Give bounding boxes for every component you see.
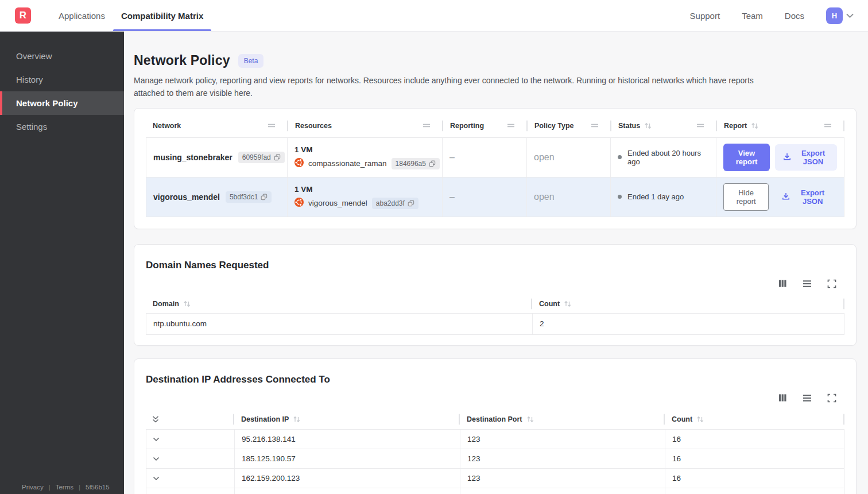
sidebar-item-history[interactable]: History — [0, 68, 124, 91]
sort-icon[interactable] — [526, 416, 534, 423]
resource-id-badge: 184696a5 — [392, 158, 440, 169]
sort-icon[interactable] — [751, 122, 759, 129]
export-json-button[interactable]: Export JSON — [775, 144, 837, 171]
count-value: 16 — [665, 488, 844, 494]
copy-icon[interactable] — [261, 194, 268, 200]
count-value: 16 — [665, 469, 844, 488]
footer-link-terms[interactable]: Terms — [56, 484, 73, 491]
expand-row-icon[interactable] — [152, 474, 160, 482]
column-separator — [843, 120, 844, 131]
sort-icon[interactable] — [644, 122, 652, 129]
page-description: Manage network policy, reporting and vie… — [134, 74, 774, 100]
copy-icon[interactable] — [274, 154, 281, 161]
network-row-selected: vigorous_mendel 5bdf3dc1 1 VM vigorous — [146, 177, 844, 217]
destination-ip-value: 185.125.190.58 — [235, 488, 460, 494]
sidebar-item-settings[interactable]: Settings — [0, 115, 124, 138]
network-id-badge: 60959fad — [238, 152, 285, 163]
top-navbar: R Applications Compatibility Matrix Supp… — [0, 0, 868, 32]
footer-link-privacy[interactable]: Privacy — [22, 484, 44, 491]
expand-all-icon[interactable] — [152, 415, 160, 423]
main-content: Network Policy Beta Manage network polic… — [124, 32, 868, 494]
column-header-count[interactable]: Count — [532, 295, 844, 313]
density-icon[interactable] — [803, 394, 812, 402]
column-resize-handle-icon[interactable] — [591, 123, 604, 128]
columns-icon[interactable] — [778, 393, 787, 402]
column-label: Destination IP — [241, 415, 289, 423]
hide-report-button[interactable]: Hide report — [723, 183, 769, 211]
column-label: Count — [539, 300, 560, 308]
nav-link-docs[interactable]: Docs — [785, 11, 804, 21]
domain-row: ntp.ubuntu.com 2 — [146, 314, 844, 334]
network-id-badge: 5bdf3dc1 — [226, 191, 272, 203]
destination-ip-value: 162.159.200.123 — [235, 469, 460, 488]
sort-icon[interactable] — [696, 416, 704, 423]
column-label: Network — [153, 122, 181, 130]
network-id: 60959fad — [242, 153, 271, 161]
destinations-card: Destination IP Addresses Connected To De… — [134, 358, 857, 494]
destination-row: 162.159.200.123 123 16 — [146, 468, 844, 488]
fullscreen-icon[interactable] — [827, 279, 836, 288]
column-header-destination-port[interactable]: Destination Port — [460, 410, 665, 429]
resource-name: compassionate_raman — [308, 159, 387, 168]
expand-row-icon[interactable] — [152, 435, 160, 443]
fullscreen-icon[interactable] — [827, 393, 836, 403]
expand-row-icon[interactable] — [152, 455, 160, 462]
table-toolbar — [146, 279, 836, 288]
tab-compatibility-matrix[interactable]: Compatibility Matrix — [113, 0, 211, 31]
network-id: 5bdf3dc1 — [230, 193, 258, 201]
export-json-button[interactable]: Export JSON — [774, 184, 837, 210]
status-text: Ended 1 day ago — [627, 192, 684, 201]
column-header-policy-type[interactable]: Policy Type — [528, 114, 611, 137]
column-header-domain[interactable]: Domain — [146, 295, 532, 313]
column-header-report[interactable]: Report — [717, 114, 844, 137]
beta-badge: Beta — [238, 54, 264, 68]
sidebar-item-overview[interactable]: Overview — [0, 44, 124, 68]
resource-name: vigorous_mendel — [308, 199, 367, 207]
ubuntu-icon — [294, 158, 304, 169]
app-logo[interactable]: R — [15, 7, 31, 24]
column-header-network[interactable]: Network — [146, 114, 288, 137]
sort-icon[interactable] — [183, 300, 191, 307]
nav-link-support[interactable]: Support — [690, 11, 720, 21]
column-resize-handle-icon[interactable] — [696, 123, 710, 128]
column-resize-handle-icon[interactable] — [268, 123, 281, 128]
copy-icon[interactable] — [408, 200, 414, 207]
column-header-resources[interactable]: Resources — [288, 114, 443, 137]
column-resize-handle-icon[interactable] — [423, 123, 436, 128]
footer-divider: | — [79, 484, 80, 491]
column-header-count[interactable]: Count — [665, 410, 844, 429]
network-name: vigorous_mendel — [153, 192, 220, 202]
user-menu-caret-icon[interactable] — [846, 11, 854, 20]
view-report-button[interactable]: View report — [723, 144, 770, 171]
copy-icon[interactable] — [429, 160, 436, 167]
column-label: Report — [724, 122, 747, 130]
destination-port-value: 123 — [460, 469, 665, 488]
destination-port-value: 123 — [460, 449, 665, 468]
resource-id: aba2dd3f — [376, 199, 405, 207]
column-label: Count — [672, 415, 692, 423]
density-icon[interactable] — [803, 280, 812, 288]
destination-ip-value: 95.216.138.141 — [235, 430, 460, 449]
networks-table-body: musing_stonebraker 60959fad 1 VM compa — [146, 137, 844, 217]
column-header-reporting[interactable]: Reporting — [443, 114, 528, 137]
column-resize-handle-icon[interactable] — [507, 123, 521, 128]
sort-icon[interactable] — [564, 300, 572, 307]
column-header-status[interactable]: Status — [611, 114, 717, 137]
columns-icon[interactable] — [778, 279, 787, 288]
domains-card: Domain Names Requested Domain Count — [134, 244, 857, 346]
domains-card-title: Domain Names Requested — [146, 260, 844, 271]
domains-table-body: ntp.ubuntu.com 2 — [146, 313, 844, 335]
destination-row: 185.125.190.58 123 16 — [146, 488, 844, 494]
column-header-destination-ip[interactable]: Destination IP — [234, 410, 460, 429]
resource-id: 184696a5 — [396, 160, 426, 168]
build-version: 5f56b15 — [86, 484, 110, 491]
tab-applications[interactable]: Applications — [51, 0, 113, 31]
sidebar-item-network-policy[interactable]: Network Policy — [0, 91, 124, 115]
page-title: Network Policy — [134, 53, 230, 68]
user-avatar[interactable]: H — [826, 7, 843, 24]
nav-link-team[interactable]: Team — [742, 11, 763, 21]
column-resize-handle-icon[interactable] — [824, 123, 838, 128]
destinations-table-body: 95.216.138.141 123 16 185.125.190.57 123… — [146, 429, 844, 494]
sort-icon[interactable] — [293, 416, 301, 423]
primary-tabs: Applications Compatibility Matrix — [51, 0, 211, 31]
